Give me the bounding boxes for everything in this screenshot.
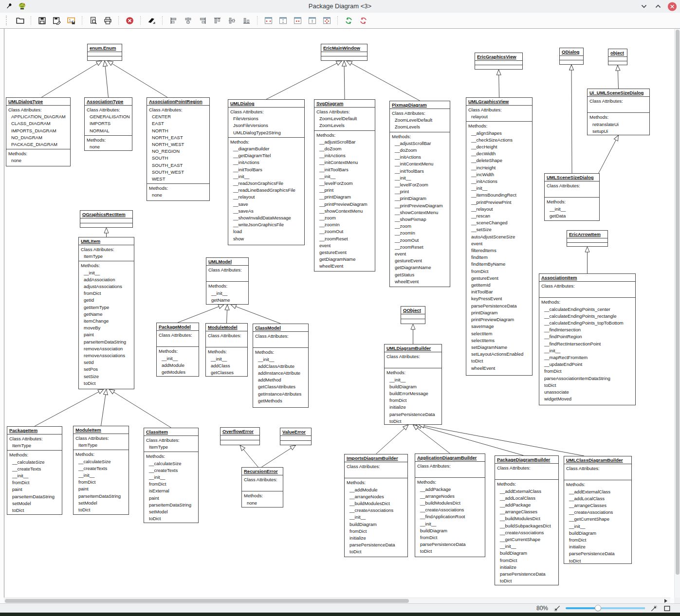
print-button[interactable] <box>102 15 114 27</box>
class-box-enum_Enum[interactable]: enum.Enum <box>87 44 122 61</box>
align-bottom-button[interactable] <box>240 15 253 27</box>
methods-compartment: Methods:__addModule__arrangeNodes__build… <box>345 478 407 557</box>
save-as-button[interactable] <box>51 15 63 27</box>
class-box-UMLClassDiagramBuilder[interactable]: UMLClassDiagramBuilderClass Attributes:M… <box>564 456 632 564</box>
method-item: toDict <box>75 507 128 513</box>
class-box-ApplicationDiagramBuilder[interactable]: ApplicationDiagramBuilderClass Attribute… <box>415 453 485 557</box>
set-size-icon <box>323 17 331 25</box>
reload-button[interactable] <box>357 15 369 27</box>
class-box-ValueError[interactable]: ValueError <box>280 428 312 445</box>
class-box-RecursionError[interactable]: RecursionErrorClass Attributes:Methods:n… <box>241 467 283 507</box>
method-item: __getCurrentShape <box>566 516 630 523</box>
method-item: fromDict <box>417 534 484 541</box>
class-box-QDialog[interactable]: QDialog <box>559 48 584 65</box>
class-box-EricGraphicsView[interactable]: EricGraphicsView <box>475 53 523 70</box>
methods-label: Methods: <box>159 348 198 355</box>
align-center-horizontal-button[interactable] <box>182 15 194 27</box>
class-box-QGraphicsRectItem[interactable]: QGraphicsRectItem <box>80 210 133 228</box>
zoom-slider-handle[interactable] <box>595 605 601 611</box>
class-box-QObject[interactable]: QObject <box>401 306 425 324</box>
class-box-EricArrowItem[interactable]: EricArrowItem <box>567 230 608 247</box>
class-name: UMLItem <box>79 237 134 245</box>
vertical-scrollbar[interactable] <box>674 29 680 598</box>
methods-compartment: Methods:__init__addClassAttributeaddInst… <box>253 348 308 407</box>
zoom-out-button[interactable] <box>552 604 561 612</box>
toolbar-handle[interactable] <box>6 16 9 25</box>
close-window-button[interactable] <box>667 1 677 11</box>
decrease-height-button[interactable] <box>306 15 318 27</box>
method-item: parseItemDataString <box>81 339 133 345</box>
relayout-button[interactable] <box>343 15 355 27</box>
method-item: __initContextMenu <box>316 159 374 166</box>
class-box-OverflowError[interactable]: OverflowError <box>220 427 260 445</box>
save-image-button[interactable] <box>65 15 77 27</box>
attributes-label: Class Attributes: <box>547 182 598 189</box>
class-box-ModuleModel[interactable]: ModuleModelClass Attributes:Methods:__in… <box>205 323 248 377</box>
methods-label: Methods: <box>81 262 133 269</box>
class-box-ClassItem[interactable]: ClassItemClass Attributes:ItemTypeMethod… <box>144 428 199 523</box>
class-box-ModuleItem[interactable]: ModuleItemClass Attributes:ItemTypeMetho… <box>73 426 129 515</box>
class-box-PackageModel[interactable]: PackageModelClass Attributes:Methods:__i… <box>156 323 199 377</box>
toolbar-separator <box>82 16 83 25</box>
methods-compartment: Methods:__init__addModulegetModules <box>157 347 199 376</box>
class-box-EricMainWindow[interactable]: EricMainWindow <box>321 44 368 61</box>
attribute-item: CLASS_DIAGRAM <box>8 120 69 127</box>
class-box-UMLDialog[interactable]: UMLDialogClass Attributes:FileVersionsJs… <box>228 99 305 245</box>
delete-shapes-button[interactable] <box>146 15 158 27</box>
attributes-blank <box>208 339 246 346</box>
class-box-object[interactable]: object <box>608 49 627 65</box>
class-box-AssociationType[interactable]: AssociationTypeClass Attributes:GENERALI… <box>84 97 132 151</box>
scrollbar-right-arrow-icon[interactable] <box>664 599 667 603</box>
method-item: __arrangeNodes <box>417 493 484 500</box>
vertical-scrollbar-thumb[interactable] <box>676 30 680 575</box>
method-item: __init__ <box>497 543 557 550</box>
set-size-button[interactable] <box>321 15 333 27</box>
class-box-AssociationPointRegion[interactable]: AssociationPointRegionClass Attributes:C… <box>147 97 210 201</box>
class-box-SvgDiagram[interactable]: SvgDiagramClass Attributes:ZoomLevelDefa… <box>314 99 375 272</box>
class-box-PackageDiagramBuilder[interactable]: PackageDiagramBuilderClass Attributes:Me… <box>495 455 559 585</box>
class-box-UMLGraphicsView[interactable]: UMLGraphicsViewClass Attributes:relayout… <box>466 97 533 376</box>
method-item: toDict <box>146 515 197 522</box>
horizontal-scrollbar-thumb[interactable] <box>5 599 409 603</box>
class-box-PixmapDiagram[interactable]: PixmapDiagramClass Attributes:ZoomLevelD… <box>389 101 450 287</box>
class-box-PackageItem[interactable]: PackageItemClass Attributes:ItemTypeMeth… <box>7 426 62 515</box>
horizontal-scrollbar[interactable] <box>4 598 670 603</box>
maximize-button[interactable] <box>653 1 663 11</box>
align-right-button[interactable] <box>197 15 209 27</box>
zoom-slider[interactable] <box>566 605 645 612</box>
increase-height-button[interactable] <box>277 15 289 27</box>
method-item: __createAssociations <box>497 529 557 536</box>
methods-compartment: Methods:__calculateEndingPoints_center__… <box>539 298 635 405</box>
method-item: __readLineBasedGraphicsFile <box>230 187 303 194</box>
zoom-in-button[interactable] <box>649 604 658 612</box>
zoom-slider-track-rest[interactable] <box>597 607 645 609</box>
minimize-button[interactable] <box>639 1 649 11</box>
increase-width-button[interactable] <box>262 15 275 27</box>
zoom-reset-button[interactable] <box>662 604 671 612</box>
class-box-Ui_UMLSceneSizeDialog[interactable]: Ui_UMLSceneSizeDialogClass Attributes:Me… <box>587 89 650 135</box>
class-box-ClassModel[interactable]: ClassModelClass Attributes:Methods:__ini… <box>253 324 309 408</box>
method-item: __init__ <box>159 355 198 362</box>
align-top-button[interactable] <box>211 15 223 27</box>
class-box-UMLItem[interactable]: UMLItemClass Attributes:ItemTypeMethods:… <box>78 237 134 389</box>
class-box-ImportsDiagramBuilder[interactable]: ImportsDiagramBuilderClass Attributes:Me… <box>344 454 408 557</box>
align-left-button[interactable] <box>167 15 180 27</box>
save-button[interactable] <box>36 15 48 27</box>
class-box-UMLSceneSizeDialog[interactable]: UMLSceneSizeDialogClass Attributes:Metho… <box>544 173 600 221</box>
close-button[interactable] <box>124 15 136 27</box>
open-button[interactable] <box>14 15 26 27</box>
align-center-vertical-button[interactable] <box>226 15 238 27</box>
methods-label: Methods: <box>566 481 630 488</box>
class-box-UMLDiagramBuilder[interactable]: UMLDiagramBuilderClass Attributes:Method… <box>384 344 442 425</box>
method-item: getInstanceAttributes <box>255 391 307 398</box>
method-item: fromDict <box>81 290 133 297</box>
print-preview-button[interactable] <box>87 15 99 27</box>
class-box-AssociationItem[interactable]: AssociationItemClass Attributes:Methods:… <box>539 273 636 405</box>
class-box-UMLModel[interactable]: UMLModelClass Attributes:Methods:__init_… <box>206 257 249 305</box>
method-item: selectItem <box>468 330 531 337</box>
class-box-UMLDialogType[interactable]: UMLDialogTypeClass Attributes:APPLICATIO… <box>6 97 71 166</box>
method-item: __init__ <box>255 356 307 363</box>
method-item: __print <box>316 187 374 194</box>
empty-compartment <box>221 440 259 445</box>
decrease-width-button[interactable] <box>292 15 304 27</box>
